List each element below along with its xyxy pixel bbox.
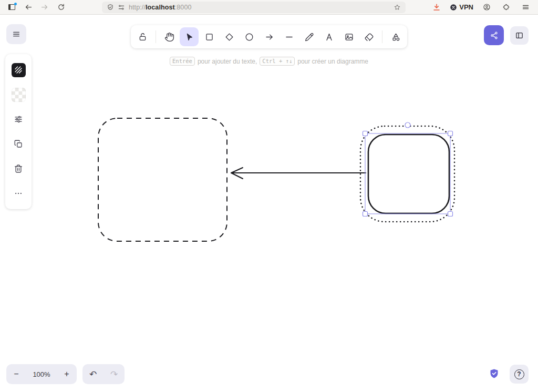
- pencil-icon: [304, 32, 314, 42]
- unlock-icon: [138, 32, 148, 42]
- more-options-button[interactable]: [9, 184, 28, 203]
- selection-handle[interactable]: [363, 212, 368, 216]
- history-controls: ↶ ↷: [82, 364, 125, 384]
- tool-diamond[interactable]: [220, 27, 239, 46]
- bookmark-star-icon[interactable]: [394, 4, 401, 11]
- element-properties-panel: [5, 54, 32, 209]
- undo-button[interactable]: ↶: [82, 364, 104, 384]
- url-scheme: http://: [129, 4, 146, 11]
- line-icon: [284, 32, 294, 42]
- tool-draw[interactable]: [299, 27, 318, 46]
- solid-rounded-rectangle[interactable]: [368, 135, 449, 213]
- back-button[interactable]: [22, 1, 35, 14]
- kbd-ctrl-arrows: Ctrl + ↑↓: [260, 57, 295, 66]
- vpn-indicator[interactable]: VPN: [450, 3, 473, 11]
- url-port: :8000: [175, 4, 192, 11]
- tool-more-shapes[interactable]: [386, 27, 405, 46]
- shield-check-icon: [107, 4, 114, 11]
- edit-options-button[interactable]: [9, 110, 28, 129]
- bound-arrow[interactable]: [231, 168, 366, 179]
- browser-toolbar: http://localhost:8000 VPN: [0, 0, 538, 15]
- app-menu-button[interactable]: [6, 24, 26, 44]
- tool-rectangle[interactable]: [200, 27, 219, 46]
- profile-icon: [483, 3, 491, 11]
- tool-line[interactable]: [280, 27, 298, 46]
- zoom-in-button[interactable]: +: [57, 364, 77, 384]
- copy-icon: [14, 139, 23, 149]
- help-button[interactable]: ?: [510, 365, 529, 384]
- tool-hand[interactable]: [160, 27, 179, 46]
- keyboard-hint: Entrée pour ajouter du texte, Ctrl + ↑↓ …: [170, 57, 368, 66]
- background-color-button[interactable]: [9, 85, 28, 104]
- url-text: http://localhost:8000: [129, 4, 192, 11]
- account-button[interactable]: [480, 1, 493, 14]
- url-host: localhost: [146, 4, 175, 11]
- tab-overview-icon[interactable]: [5, 1, 18, 14]
- address-bar[interactable]: http://localhost:8000: [102, 2, 406, 13]
- encryption-shield-icon: [489, 368, 500, 379]
- selection-handle[interactable]: [363, 131, 368, 136]
- hint-text-1: pour ajouter du texte,: [198, 58, 257, 65]
- tool-arrow[interactable]: [260, 27, 278, 46]
- tools-toolbar: [131, 25, 407, 48]
- rectangle-icon: [204, 32, 214, 42]
- stroke-color-swatch: [12, 63, 26, 77]
- ellipse-icon: [244, 32, 254, 42]
- toolbar-divider: [156, 30, 156, 43]
- toolbar-divider: [382, 30, 382, 43]
- shapes-icon: [391, 32, 401, 42]
- share-icon: [490, 31, 499, 40]
- selection-handle[interactable]: [448, 131, 453, 136]
- vpn-label: VPN: [459, 3, 473, 11]
- rotation-handle[interactable]: [405, 122, 410, 128]
- tool-text[interactable]: [319, 27, 338, 46]
- ellipsis-icon: [14, 189, 23, 198]
- selection-handle[interactable]: [448, 212, 453, 216]
- diamond-icon: [224, 32, 234, 42]
- hamburger-menu-icon: [12, 30, 20, 38]
- vpn-off-icon: [450, 4, 457, 11]
- puzzle-piece-icon: [502, 3, 510, 11]
- stroke-color-button[interactable]: [9, 60, 28, 79]
- delete-button[interactable]: [9, 159, 28, 178]
- dotted-rounded-rectangle[interactable]: [360, 126, 454, 222]
- transparent-swatch: [12, 88, 26, 102]
- hamburger-menu-icon: [522, 3, 530, 11]
- reload-button[interactable]: [55, 1, 67, 14]
- arrow-icon: [264, 32, 274, 42]
- share-button[interactable]: [484, 25, 504, 45]
- arrow-right-icon: [40, 3, 48, 11]
- downloads-button[interactable]: [430, 1, 443, 14]
- tool-selection[interactable]: [180, 27, 199, 46]
- hint-text-2: pour créer un diagramme: [297, 58, 368, 65]
- zoom-out-button[interactable]: −: [6, 364, 26, 384]
- permissions-toggle-icon[interactable]: [118, 4, 125, 11]
- window-icon: [8, 4, 15, 10]
- tool-lock[interactable]: [133, 27, 152, 46]
- tool-eraser[interactable]: [359, 27, 378, 46]
- whiteboard-app: Entrée pour ajouter du texte, Ctrl + ↑↓ …: [0, 15, 538, 392]
- notification-dot: [14, 3, 17, 5]
- zoom-controls: − 100% +: [6, 364, 77, 384]
- hachure-pattern-icon: [14, 65, 23, 75]
- kbd-enter: Entrée: [170, 57, 195, 66]
- download-icon: [432, 3, 441, 12]
- cursor-icon: [184, 32, 194, 42]
- extensions-button[interactable]: [500, 1, 512, 14]
- text-icon: [324, 32, 334, 42]
- duplicate-button[interactable]: [9, 135, 28, 153]
- question-mark-icon: ?: [514, 369, 524, 379]
- library-sidebar-toggle[interactable]: [510, 26, 529, 45]
- redo-button[interactable]: ↷: [104, 364, 125, 384]
- trash-icon: [14, 164, 23, 173]
- forward-button[interactable]: [38, 1, 50, 14]
- zoom-level[interactable]: 100%: [26, 370, 57, 378]
- image-icon: [344, 32, 354, 42]
- arrow-left-icon: [25, 3, 33, 11]
- browser-menu-button[interactable]: [519, 1, 532, 14]
- browser-right-cluster: VPN: [430, 1, 533, 14]
- canvas-svg[interactable]: [0, 15, 538, 392]
- tool-image[interactable]: [339, 27, 358, 46]
- tool-ellipse[interactable]: [240, 27, 258, 46]
- dashed-rounded-rectangle[interactable]: [98, 118, 227, 241]
